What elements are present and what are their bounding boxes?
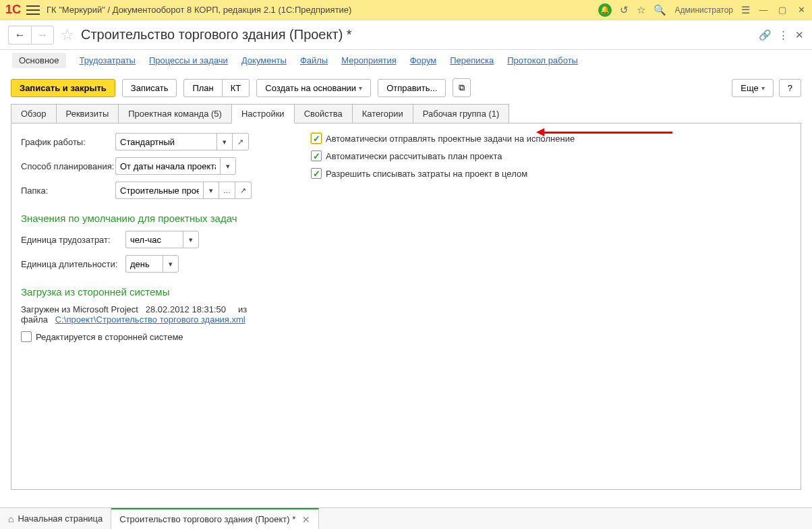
labor-unit-dropdown-button[interactable]: ▾ xyxy=(183,231,199,248)
itab-properties[interactable]: Свойства xyxy=(294,104,353,123)
plan-method-label: Способ планирования: xyxy=(21,161,115,171)
home-icon: ⌂ xyxy=(8,513,13,524)
tab-files[interactable]: Файлы xyxy=(300,55,328,65)
notifications-icon[interactable] xyxy=(598,3,612,17)
plan-button[interactable]: План xyxy=(183,79,221,97)
allow-write-label: Разрешить списывать затраты на проект в … xyxy=(326,169,527,179)
folder-open-button[interactable]: ↗ xyxy=(235,182,252,199)
favorite-icon[interactable]: ☆ xyxy=(637,4,645,16)
search-icon[interactable]: 🔍 xyxy=(654,4,666,16)
labor-unit-input[interactable] xyxy=(125,231,183,248)
folder-input[interactable] xyxy=(115,182,203,199)
subheader: ← → ☆ Строительство торгового здания (Пр… xyxy=(0,20,812,50)
close-page-button[interactable]: ✕ xyxy=(795,29,804,41)
help-button[interactable]: ? xyxy=(779,79,801,97)
inner-tabs: Обзор Реквизиты Проектная команда (5) На… xyxy=(11,104,801,123)
schedule-input[interactable] xyxy=(115,133,216,150)
settings-pane: График работы: ▾ ↗ Способ планирования: … xyxy=(11,123,801,490)
import-date: 28.02.2012 18:31:50 xyxy=(146,304,226,314)
tab-protocol[interactable]: Протокол работы xyxy=(507,55,578,65)
itab-details[interactable]: Реквизиты xyxy=(56,104,119,123)
forward-button[interactable]: → xyxy=(31,26,54,45)
page-title: Строительство торгового здания (Проект) … xyxy=(81,27,759,43)
schedule-open-button[interactable]: ↗ xyxy=(233,133,249,150)
logo-1c: 1C xyxy=(5,3,21,17)
settings-icon[interactable]: ☰ xyxy=(741,4,750,16)
save-close-button[interactable]: Записать и закрыть xyxy=(11,79,115,97)
import-file-link[interactable]: C:\проект\Строительство торгового здания… xyxy=(55,314,245,325)
kebab-icon[interactable]: ⋮ xyxy=(778,29,788,41)
auto-calc-label: Автоматически рассчитывать план проекта xyxy=(326,151,502,161)
bottom-bar: ⌂ Начальная страница Строительство торго… xyxy=(0,507,812,529)
bottom-tab-home[interactable]: ⌂ Начальная страница xyxy=(0,508,111,529)
folder-select-button[interactable]: … xyxy=(219,182,235,199)
tab-forum[interactable]: Форум xyxy=(410,55,437,65)
save-button[interactable]: Записать xyxy=(122,79,177,97)
itab-settings[interactable]: Настройки xyxy=(231,104,295,123)
main-menu-button[interactable] xyxy=(26,5,40,15)
folder-dropdown-button[interactable]: ▾ xyxy=(203,182,219,199)
itab-team[interactable]: Проектная команда (5) xyxy=(118,104,232,123)
maximize-button[interactable]: ▢ xyxy=(777,5,788,16)
close-button[interactable]: ✕ xyxy=(796,5,807,16)
plan-method-dropdown-button[interactable]: ▾ xyxy=(220,157,236,175)
auto-send-checkbox[interactable] xyxy=(311,133,322,144)
bottom-home-label: Начальная страница xyxy=(18,513,103,524)
kt-button[interactable]: КТ xyxy=(222,79,250,97)
section-import: Загрузка из сторонней системы xyxy=(21,286,277,298)
external-edit-label: Редактируется в сторонней системе xyxy=(36,332,183,342)
titlebar: 1C ГК "Меркурий" / Документооборот 8 КОР… xyxy=(0,0,812,20)
plan-method-input[interactable] xyxy=(115,157,220,175)
toolbar: Записать и закрыть Записать План КТ Созд… xyxy=(0,72,812,104)
copy-button[interactable]: ⧉ xyxy=(453,78,471,97)
minimize-button[interactable]: — xyxy=(758,5,769,16)
nav-tabs: Основное Трудозатраты Процессы и задачи … xyxy=(0,50,812,72)
folder-label: Папка: xyxy=(21,186,115,196)
history-icon[interactable]: ↺ xyxy=(620,4,629,16)
arrow-annotation xyxy=(544,132,672,134)
import-source: Загружен из Microsoft Project xyxy=(21,304,138,314)
user-label[interactable]: Администратор xyxy=(674,5,733,15)
create-based-button[interactable]: Создать на основании ▾ xyxy=(256,79,371,97)
labor-unit-label: Единица трудозатрат: xyxy=(21,235,125,245)
external-edit-checkbox[interactable] xyxy=(21,331,32,342)
import-info-line: Загружен из Microsoft Project 28.02.2012… xyxy=(21,304,277,325)
schedule-label: График работы: xyxy=(21,137,115,147)
star-icon[interactable]: ☆ xyxy=(61,26,74,44)
tab-correspondence[interactable]: Переписка xyxy=(450,55,494,65)
more-button[interactable]: Еще ▾ xyxy=(732,79,773,97)
back-button[interactable]: ← xyxy=(8,26,31,45)
itab-categories[interactable]: Категории xyxy=(352,104,413,123)
tab-processes[interactable]: Процессы и задачи xyxy=(149,55,228,65)
schedule-dropdown-button[interactable]: ▾ xyxy=(216,133,233,150)
app-title: ГК "Меркурий" / Документооборот 8 КОРП, … xyxy=(47,5,598,15)
duration-unit-label: Единица длительности: xyxy=(21,259,125,269)
tab-documents[interactable]: Документы xyxy=(241,55,287,65)
bottom-doc-label: Строительство торгового здания (Проект) … xyxy=(119,514,295,524)
allow-write-checkbox[interactable] xyxy=(311,168,322,179)
section-defaults: Значения по умолчанию для проектных зада… xyxy=(21,213,277,224)
bottom-tab-doc[interactable]: Строительство торгового здания (Проект) … xyxy=(111,508,319,529)
link-icon[interactable]: 🔗 xyxy=(759,29,772,41)
itab-workgroup[interactable]: Рабочая группа (1) xyxy=(413,104,510,123)
itab-overview[interactable]: Обзор xyxy=(11,104,57,123)
duration-unit-dropdown-button[interactable]: ▾ xyxy=(163,255,179,273)
auto-calc-checkbox[interactable] xyxy=(311,150,322,161)
tab-main[interactable]: Основное xyxy=(12,53,66,68)
tab-events[interactable]: Мероприятия xyxy=(341,55,397,65)
duration-unit-input[interactable] xyxy=(125,255,163,273)
close-tab-icon[interactable]: ✕ xyxy=(302,514,310,525)
tab-labor[interactable]: Трудозатраты xyxy=(80,55,136,65)
send-button[interactable]: Отправить... xyxy=(378,79,446,97)
